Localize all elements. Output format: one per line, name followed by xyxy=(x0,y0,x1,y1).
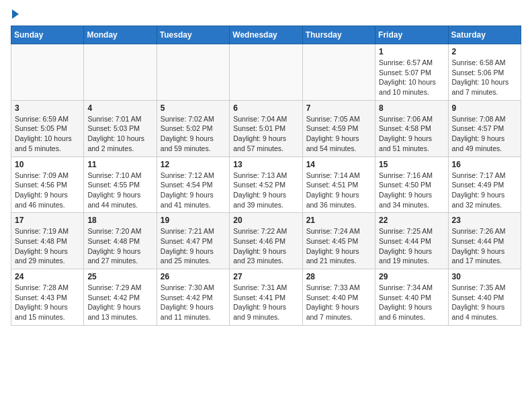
logo xyxy=(11,11,19,19)
calendar-cell xyxy=(230,44,302,101)
calendar-row-3: 10Sunrise: 7:09 AMSunset: 4:56 PMDayligh… xyxy=(11,156,521,213)
calendar-cell: 20Sunrise: 7:22 AMSunset: 4:46 PMDayligh… xyxy=(230,213,302,269)
day-number: 16 xyxy=(452,160,517,169)
day-info: Sunrise: 7:28 AMSunset: 4:43 PMDaylight:… xyxy=(15,283,80,322)
day-info: Sunrise: 7:16 AMSunset: 4:50 PMDaylight:… xyxy=(379,171,444,210)
day-number: 23 xyxy=(452,216,517,225)
day-info: Sunrise: 7:09 AMSunset: 4:56 PMDaylight:… xyxy=(15,171,80,210)
day-info: Sunrise: 7:30 AMSunset: 4:42 PMDaylight:… xyxy=(161,283,226,322)
day-number: 17 xyxy=(15,216,80,225)
day-info: Sunrise: 7:21 AMSunset: 4:47 PMDaylight:… xyxy=(161,226,226,266)
day-info: Sunrise: 7:06 AMSunset: 4:58 PMDaylight:… xyxy=(379,114,444,154)
day-number: 4 xyxy=(87,103,152,113)
day-number: 12 xyxy=(161,160,226,169)
calendar-cell: 8Sunrise: 7:06 AMSunset: 4:58 PMDaylight… xyxy=(375,100,448,156)
calendar-cell: 11Sunrise: 7:10 AMSunset: 4:55 PMDayligh… xyxy=(84,156,157,213)
calendar-cell xyxy=(11,44,84,101)
calendar-cell xyxy=(84,44,157,101)
day-number: 8 xyxy=(379,103,444,113)
day-info: Sunrise: 7:26 AMSunset: 4:44 PMDaylight:… xyxy=(452,226,517,266)
day-info: Sunrise: 7:34 AMSunset: 4:40 PMDaylight:… xyxy=(379,283,444,322)
day-number: 25 xyxy=(87,272,152,281)
calendar-cell: 19Sunrise: 7:21 AMSunset: 4:47 PMDayligh… xyxy=(157,213,229,269)
day-number: 20 xyxy=(233,216,298,225)
calendar-cell: 6Sunrise: 7:04 AMSunset: 5:01 PMDaylight… xyxy=(230,100,302,156)
page-header xyxy=(11,11,521,19)
day-number: 11 xyxy=(87,160,152,169)
calendar-cell: 18Sunrise: 7:20 AMSunset: 4:48 PMDayligh… xyxy=(84,213,157,269)
calendar-cell: 22Sunrise: 7:25 AMSunset: 4:44 PMDayligh… xyxy=(375,213,448,269)
day-number: 14 xyxy=(306,160,371,169)
calendar-cell: 28Sunrise: 7:33 AMSunset: 4:40 PMDayligh… xyxy=(302,269,375,326)
day-number: 6 xyxy=(233,103,298,113)
day-number: 21 xyxy=(306,216,371,225)
calendar-header-wednesday: Wednesday xyxy=(230,26,302,44)
calendar-cell: 16Sunrise: 7:17 AMSunset: 4:49 PMDayligh… xyxy=(448,156,521,213)
day-number: 3 xyxy=(15,103,80,113)
day-info: Sunrise: 7:33 AMSunset: 4:40 PMDaylight:… xyxy=(306,283,371,322)
calendar-row-4: 17Sunrise: 7:19 AMSunset: 4:48 PMDayligh… xyxy=(11,213,521,269)
day-number: 22 xyxy=(379,216,444,225)
calendar-row-1: 1Sunrise: 6:57 AMSunset: 5:07 PMDaylight… xyxy=(11,44,521,101)
day-number: 1 xyxy=(379,47,444,56)
calendar-cell: 13Sunrise: 7:13 AMSunset: 4:52 PMDayligh… xyxy=(230,156,302,213)
day-number: 5 xyxy=(161,103,226,113)
day-number: 27 xyxy=(233,272,298,281)
calendar-cell: 17Sunrise: 7:19 AMSunset: 4:48 PMDayligh… xyxy=(11,213,84,269)
day-info: Sunrise: 6:59 AMSunset: 5:05 PMDaylight:… xyxy=(15,114,80,154)
calendar-header-sunday: Sunday xyxy=(11,26,84,44)
day-info: Sunrise: 7:08 AMSunset: 4:57 PMDaylight:… xyxy=(452,114,517,154)
calendar-cell: 12Sunrise: 7:12 AMSunset: 4:54 PMDayligh… xyxy=(157,156,229,213)
calendar-cell xyxy=(157,44,229,101)
calendar-cell: 27Sunrise: 7:31 AMSunset: 4:41 PMDayligh… xyxy=(230,269,302,326)
calendar-cell: 14Sunrise: 7:14 AMSunset: 4:51 PMDayligh… xyxy=(302,156,375,213)
calendar-table: SundayMondayTuesdayWednesdayThursdayFrid… xyxy=(11,26,521,326)
calendar-body: 1Sunrise: 6:57 AMSunset: 5:07 PMDaylight… xyxy=(11,44,521,326)
calendar-cell: 2Sunrise: 6:58 AMSunset: 5:06 PMDaylight… xyxy=(448,44,521,101)
calendar-header-friday: Friday xyxy=(375,26,448,44)
day-number: 15 xyxy=(379,160,444,169)
day-info: Sunrise: 7:01 AMSunset: 5:03 PMDaylight:… xyxy=(87,114,152,154)
day-info: Sunrise: 7:35 AMSunset: 4:40 PMDaylight:… xyxy=(452,283,517,322)
calendar-cell: 9Sunrise: 7:08 AMSunset: 4:57 PMDaylight… xyxy=(448,100,521,156)
day-info: Sunrise: 7:24 AMSunset: 4:45 PMDaylight:… xyxy=(306,226,371,266)
day-number: 24 xyxy=(15,272,80,281)
calendar-header-row: SundayMondayTuesdayWednesdayThursdayFrid… xyxy=(11,26,521,44)
day-number: 28 xyxy=(306,272,371,281)
day-info: Sunrise: 7:17 AMSunset: 4:49 PMDaylight:… xyxy=(452,171,517,210)
calendar-cell xyxy=(302,44,375,101)
day-number: 13 xyxy=(233,160,298,169)
calendar-header-saturday: Saturday xyxy=(448,26,521,44)
day-info: Sunrise: 7:10 AMSunset: 4:55 PMDaylight:… xyxy=(87,171,152,210)
calendar-cell: 3Sunrise: 6:59 AMSunset: 5:05 PMDaylight… xyxy=(11,100,84,156)
calendar-row-2: 3Sunrise: 6:59 AMSunset: 5:05 PMDaylight… xyxy=(11,100,521,156)
day-number: 19 xyxy=(161,216,226,225)
calendar-header-tuesday: Tuesday xyxy=(157,26,229,44)
calendar-cell: 7Sunrise: 7:05 AMSunset: 4:59 PMDaylight… xyxy=(302,100,375,156)
calendar-row-5: 24Sunrise: 7:28 AMSunset: 4:43 PMDayligh… xyxy=(11,269,521,326)
day-info: Sunrise: 7:31 AMSunset: 4:41 PMDaylight:… xyxy=(233,283,298,322)
day-info: Sunrise: 7:19 AMSunset: 4:48 PMDaylight:… xyxy=(15,226,80,266)
day-info: Sunrise: 7:05 AMSunset: 4:59 PMDaylight:… xyxy=(306,114,371,154)
logo-triangle-icon xyxy=(12,9,19,19)
calendar-cell: 21Sunrise: 7:24 AMSunset: 4:45 PMDayligh… xyxy=(302,213,375,269)
day-number: 7 xyxy=(306,103,371,113)
day-info: Sunrise: 7:29 AMSunset: 4:42 PMDaylight:… xyxy=(87,283,152,322)
calendar-cell: 24Sunrise: 7:28 AMSunset: 4:43 PMDayligh… xyxy=(11,269,84,326)
day-number: 29 xyxy=(379,272,444,281)
day-number: 30 xyxy=(452,272,517,281)
calendar-cell: 26Sunrise: 7:30 AMSunset: 4:42 PMDayligh… xyxy=(157,269,229,326)
calendar-cell: 25Sunrise: 7:29 AMSunset: 4:42 PMDayligh… xyxy=(84,269,157,326)
calendar-cell: 29Sunrise: 7:34 AMSunset: 4:40 PMDayligh… xyxy=(375,269,448,326)
calendar-cell: 4Sunrise: 7:01 AMSunset: 5:03 PMDaylight… xyxy=(84,100,157,156)
day-info: Sunrise: 7:14 AMSunset: 4:51 PMDaylight:… xyxy=(306,171,371,210)
day-number: 10 xyxy=(15,160,80,169)
calendar-cell: 1Sunrise: 6:57 AMSunset: 5:07 PMDaylight… xyxy=(375,44,448,101)
day-info: Sunrise: 7:25 AMSunset: 4:44 PMDaylight:… xyxy=(379,226,444,266)
calendar-header-monday: Monday xyxy=(84,26,157,44)
calendar-cell: 10Sunrise: 7:09 AMSunset: 4:56 PMDayligh… xyxy=(11,156,84,213)
calendar-header-thursday: Thursday xyxy=(302,26,375,44)
day-number: 9 xyxy=(452,103,517,113)
day-info: Sunrise: 7:12 AMSunset: 4:54 PMDaylight:… xyxy=(161,171,226,210)
day-info: Sunrise: 7:02 AMSunset: 5:02 PMDaylight:… xyxy=(161,114,226,154)
